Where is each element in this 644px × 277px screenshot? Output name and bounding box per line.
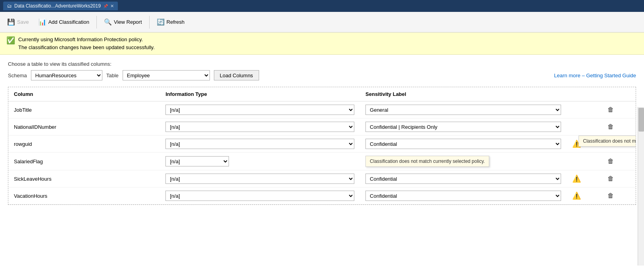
refresh-icon: 🔄 <box>157 18 165 26</box>
sensitivity-cell: GeneralConfidentialConfidential | Recipi… <box>360 187 567 204</box>
info-type-cell: [n/a]NameCredit Card <box>160 187 360 204</box>
sensitivity-cell: GeneralConfidentialConfidential | Recipi… <box>360 136 567 153</box>
sensitivity-select[interactable]: GeneralConfidentialConfidential | Recipi… <box>365 174 561 184</box>
sensitivity-select[interactable]: GeneralConfidentialConfidential | Recipi… <box>365 122 561 132</box>
info-type-select[interactable]: [n/a]NameCredit Card <box>165 105 354 115</box>
view-report-button[interactable]: 🔍 View Report <box>100 17 146 27</box>
info-type-select[interactable]: [n/a]NameCredit Card <box>165 174 354 184</box>
info-type-cell: [n/a]Name <box>160 153 360 170</box>
warning-cell <box>567 118 601 136</box>
load-columns-label: Load Columns <box>220 73 253 78</box>
column-name: SalariedFlag <box>8 153 160 170</box>
info-type-select[interactable]: [n/a]NameCredit Card <box>165 139 354 149</box>
delete-cell: 🗑 <box>601 187 636 204</box>
pin-icon[interactable]: 📌 <box>103 4 108 8</box>
delete-cell: 🗑 <box>601 170 636 187</box>
delete-cell: 🗑 <box>601 118 636 136</box>
main-content: Choose a table to view its classified co… <box>0 55 644 277</box>
table-row: VacationHours [n/a]NameCredit Card Gener… <box>8 187 636 204</box>
info-type-cell: [n/a]NameCredit Card <box>160 170 360 187</box>
table-header-row: Column Information Type Sensitivity Labe… <box>8 87 636 101</box>
save-icon: 💾 <box>7 18 15 26</box>
success-banner: ✅ Currently using Microsoft Information … <box>0 32 644 55</box>
delete-button[interactable]: 🗑 <box>607 174 615 183</box>
add-classification-label: Add Classification <box>48 19 89 25</box>
header-delete <box>601 87 636 101</box>
table-label: Table <box>106 73 119 78</box>
add-classification-button[interactable]: 📊 Add Classification <box>35 17 93 27</box>
banner-line1: Currently using Microsoft Information Pr… <box>18 36 155 44</box>
scrollbar-thumb[interactable] <box>638 108 644 132</box>
tab-title: Data Classificatio...AdventureWorks2019 <box>14 3 101 9</box>
save-button[interactable]: 💾 Save <box>3 17 33 27</box>
warning-cell: ⚠️ <box>567 170 601 187</box>
delete-cell: 🗑 <box>601 101 636 118</box>
schema-label: Schema <box>8 73 27 78</box>
delete-button[interactable]: 🗑 <box>607 122 615 131</box>
instruction-text: Choose a table to view its classified co… <box>8 61 636 67</box>
column-name: VacationHours <box>8 187 160 204</box>
column-name: NationalIDNumber <box>8 118 160 136</box>
delete-button[interactable]: 🗑 <box>607 191 615 200</box>
warning-icon[interactable]: ⚠️ <box>572 175 581 183</box>
delete-button[interactable]: 🗑 <box>607 139 615 148</box>
tab-icon: 🗂 <box>7 3 12 9</box>
load-columns-button[interactable]: Load Columns <box>214 70 259 80</box>
sensitivity-cell: GeneralConfidentialConfidential | Recipi… <box>360 101 567 118</box>
table-select[interactable]: Employee Department Shift EmployeeDepart… <box>123 70 210 80</box>
toolbar-separator-2 <box>149 16 150 29</box>
info-type-select[interactable]: [n/a]NameCredit Card <box>165 191 354 201</box>
header-warning <box>567 87 601 101</box>
toolbar-separator <box>96 16 97 29</box>
banner-line2: The classification changes have been upd… <box>18 44 155 52</box>
close-icon[interactable]: ✕ <box>110 4 114 9</box>
table-row: JobTitle [n/a]NameCredit Card GeneralCon… <box>8 101 636 118</box>
warning-icon[interactable]: ⚠️ <box>572 140 581 148</box>
column-name: JobTitle <box>8 101 160 118</box>
refresh-label: Refresh <box>167 19 185 25</box>
title-bar: 🗂 Data Classificatio...AdventureWorks201… <box>0 0 644 12</box>
success-text: Currently using Microsoft Information Pr… <box>18 36 155 51</box>
header-sensitivity-label: Sensitivity Label <box>360 87 567 101</box>
warning-cell: ⚠️ <box>567 187 601 204</box>
delete-button[interactable]: 🗑 <box>607 105 615 114</box>
sensitivity-cell: Classification does not match currently … <box>360 153 601 170</box>
warning-cell <box>567 101 601 118</box>
inline-tooltip: Classification does not match currently … <box>365 156 489 167</box>
table-row: SalariedFlag [n/a]Name Classification do… <box>8 153 636 170</box>
info-type-cell: [n/a]NameCredit Card <box>160 118 360 136</box>
header-information-type: Information Type <box>160 87 360 101</box>
sensitivity-select[interactable]: GeneralConfidentialConfidential | Recipi… <box>365 191 561 201</box>
warning-icon[interactable]: ⚠️ <box>572 192 581 200</box>
delete-button[interactable]: 🗑 <box>607 157 615 166</box>
table-row: rowguid [n/a]NameCredit Card GeneralConf… <box>8 136 636 153</box>
table-row: NationalIDNumber [n/a]NameCredit Card Ge… <box>8 118 636 136</box>
success-icon: ✅ <box>6 36 15 45</box>
sensitivity-select[interactable]: GeneralConfidentialConfidential | Recipi… <box>365 139 561 149</box>
data-table: Column Information Type Sensitivity Labe… <box>8 87 636 204</box>
toolbar: 💾 Save 📊 Add Classification 🔍 View Repor… <box>0 12 644 32</box>
delete-cell: 🗑 <box>601 153 636 170</box>
learn-more-link[interactable]: Learn more – Getting Started Guide <box>554 73 636 78</box>
refresh-button[interactable]: 🔄 Refresh <box>153 17 189 27</box>
schema-select[interactable]: HumanResources dbo Person Sales Producti… <box>31 70 102 80</box>
view-report-icon: 🔍 <box>104 18 112 26</box>
header-column: Column <box>8 87 160 101</box>
delete-cell: 🗑 <box>601 136 636 153</box>
column-name: SickLeaveHours <box>8 170 160 187</box>
sensitivity-select[interactable]: GeneralConfidentialConfidential | Recipi… <box>365 105 561 115</box>
info-type-select[interactable]: [n/a]Name <box>165 156 229 166</box>
scrollbar[interactable] <box>638 107 644 266</box>
view-report-label: View Report <box>114 19 142 25</box>
info-type-select[interactable]: [n/a]NameCredit Card <box>165 122 354 132</box>
info-type-cell: [n/a]NameCredit Card <box>160 136 360 153</box>
warning-cell: ⚠️ Classification does not match current… <box>567 136 601 153</box>
info-type-cell: [n/a]NameCredit Card <box>160 101 360 118</box>
table-row: SickLeaveHours [n/a]NameCredit Card Gene… <box>8 170 636 187</box>
add-classification-icon: 📊 <box>38 18 46 26</box>
sensitivity-cell: GeneralConfidentialConfidential | Recipi… <box>360 170 567 187</box>
tab-data-classification[interactable]: 🗂 Data Classificatio...AdventureWorks201… <box>3 2 118 10</box>
column-name: rowguid <box>8 136 160 153</box>
selector-row: Schema HumanResources dbo Person Sales P… <box>8 70 636 80</box>
save-label: Save <box>17 19 29 25</box>
